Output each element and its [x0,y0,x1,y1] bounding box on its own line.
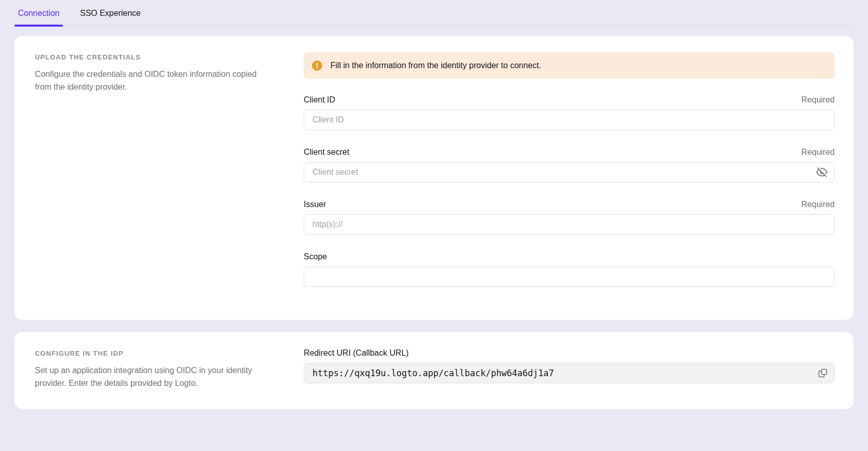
idp-section-description: Set up an application integration using … [35,364,263,389]
credentials-card: UPLOAD THE CREDENTIALS Configure the cre… [14,36,854,320]
field-required-badge: Required [801,148,835,157]
redirect-uri-label: Redirect URI (Callback URL) [304,348,409,358]
form-field-head: Client secret Required [304,148,835,157]
idp-card-intro: CONFIGURE IN THE IDP Set up an applicati… [35,348,263,389]
alert-banner: ! Fill in the information from the ident… [304,52,835,79]
tab-bar: Connection SSO Experience [14,0,854,26]
form-field-head: Issuer Required [304,200,835,209]
form-field-head: Client ID Required [304,95,835,105]
credentials-section-description: Configure the credentials and OIDC token… [35,68,263,93]
redirect-uri-field-group: Redirect URI (Callback URL) https://qxq1… [304,348,835,383]
tabs: Connection SSO Experience [14,7,854,26]
field-input-wrap [304,162,835,182]
credentials-form: Client ID Required Client secret Require… [304,95,835,287]
tab-sso-experience[interactable]: SSO Experience [76,7,144,26]
credentials-section-title: UPLOAD THE CREDENTIALS [35,53,263,61]
alert-message: Fill in the information from the identit… [330,61,541,70]
form-field: Scope [304,252,835,287]
field-label: Client secret [304,148,349,157]
redirect-uri-field-head: Redirect URI (Callback URL) [304,348,835,358]
credentials-card-intro: UPLOAD THE CREDENTIALS Configure the cre… [35,52,263,287]
form-field-head: Scope [304,252,835,261]
field-input[interactable] [304,162,835,182]
field-input-wrap [304,110,835,130]
idp-section-title: CONFIGURE IN THE IDP [35,350,263,357]
form-field: Issuer Required [304,200,835,235]
field-input[interactable] [304,266,835,287]
copy-button[interactable] [817,367,829,379]
form-field: Client secret Required [304,148,835,182]
copy-icon [818,368,828,378]
field-input-wrap [304,214,835,235]
field-label: Client ID [304,95,335,105]
sso-connector-page: Connection SSO Experience UPLOAD THE CRE… [0,0,868,451]
field-label: Issuer [304,200,326,209]
eye-off-icon [816,167,827,178]
alert-circle-icon: ! [312,60,322,71]
idp-card: CONFIGURE IN THE IDP Set up an applicati… [14,332,854,409]
form-field: Client ID Required [304,95,835,130]
redirect-uri-readonly-field: https://qxq19u.logto.app/callback/phw64a… [304,363,835,383]
field-input-wrap [304,266,835,287]
field-required-badge: Required [801,200,835,209]
field-input[interactable] [304,110,835,130]
field-input[interactable] [304,214,835,235]
tab-connection[interactable]: Connection [14,7,63,26]
redirect-uri-value: https://qxq19u.logto.app/callback/phw64a… [312,368,817,378]
toggle-secret-visibility-button[interactable] [815,166,828,179]
field-label: Scope [304,252,327,261]
credentials-card-body: ! Fill in the information from the ident… [304,52,835,287]
field-required-badge: Required [801,95,835,105]
idp-card-body: Redirect URI (Callback URL) https://qxq1… [304,348,835,389]
